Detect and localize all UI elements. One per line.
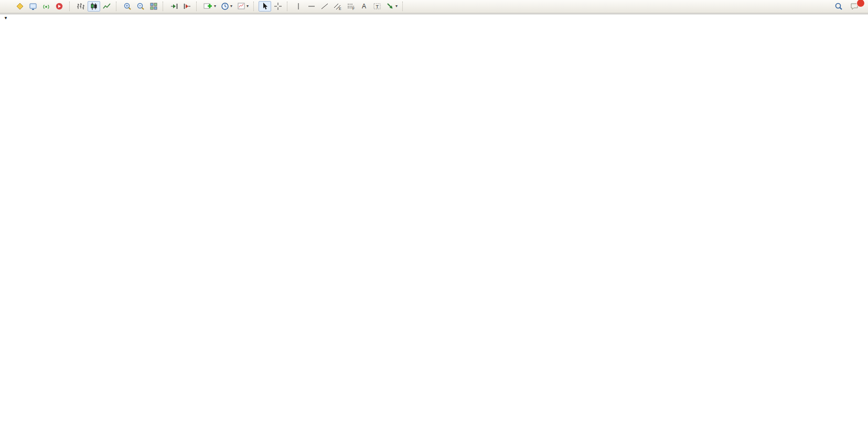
new-order-button[interactable]	[2, 1, 13, 12]
text-label-icon: T	[373, 2, 381, 10]
zoom-in-button[interactable]	[121, 1, 134, 12]
svg-text:F: F	[352, 7, 355, 10]
auto-trading-icon	[55, 2, 63, 10]
auto-scroll-button[interactable]	[168, 1, 180, 12]
chart-shift-button[interactable]	[181, 1, 194, 12]
chart-canvas[interactable]	[0, 21, 868, 433]
svg-text:E: E	[339, 7, 341, 10]
zoom-out-icon	[136, 2, 145, 10]
trendline-button[interactable]	[318, 1, 331, 12]
dropdown-caret-icon: ▾	[247, 4, 249, 8]
fibonacci-icon: F	[347, 2, 355, 10]
zoom-out-button[interactable]	[134, 1, 147, 12]
order-tag-icon	[16, 2, 24, 10]
trendline-icon	[320, 2, 329, 10]
crosshair-icon	[274, 2, 282, 10]
dropdown-caret-icon: ▾	[214, 4, 216, 8]
toolbar-separator	[253, 2, 256, 11]
cursor-icon	[261, 2, 269, 10]
horizontal-line-icon	[307, 2, 316, 10]
equidistant-channel-icon: E	[334, 2, 342, 10]
signal-button[interactable]	[40, 1, 52, 12]
add-indicator-icon	[203, 2, 213, 10]
arrows-icon	[386, 2, 394, 10]
template-icon	[237, 2, 245, 10]
bar-chart-icon	[77, 2, 85, 10]
candlestick-chart-icon	[90, 2, 98, 10]
equidistant-channel-button[interactable]: E	[331, 1, 344, 12]
horizontal-line-button[interactable]	[305, 1, 318, 12]
bar-chart-button[interactable]	[74, 1, 87, 12]
search-button[interactable]	[832, 1, 845, 12]
line-chart-button[interactable]	[101, 1, 113, 12]
vertical-line-button[interactable]	[292, 1, 305, 12]
text-button[interactable]: A	[358, 1, 370, 12]
periods-button[interactable]: ▾	[219, 1, 234, 12]
tile-windows-icon	[149, 2, 158, 10]
notification-badge	[856, 0, 865, 7]
text-icon: A	[360, 2, 368, 10]
comments-button[interactable]	[848, 1, 861, 12]
fibonacci-button[interactable]: F	[345, 1, 357, 12]
toolbar-separator	[163, 2, 165, 11]
vertical-line-icon	[294, 2, 303, 10]
add-indicator-button[interactable]: ▾	[201, 1, 218, 12]
toolbar-separator	[196, 2, 199, 11]
terminal-icon	[29, 2, 37, 10]
toolbar-right-group	[832, 1, 866, 12]
main-toolbar: ▾ ▾ ▾ E F A T ▾	[0, 0, 868, 13]
dropdown-caret-icon: ▾	[395, 4, 398, 8]
tile-windows-button[interactable]	[147, 1, 160, 12]
zoom-in-icon	[123, 2, 132, 10]
signal-icon	[42, 2, 50, 10]
search-icon	[834, 2, 843, 10]
auto-trading-button[interactable]	[53, 1, 67, 12]
svg-text:A: A	[362, 3, 366, 10]
chart-window-titlebar[interactable]: ▼	[0, 14, 868, 21]
text-label-button[interactable]: T	[371, 1, 383, 12]
svg-text:T: T	[376, 4, 379, 9]
toolbar-separator	[402, 2, 405, 11]
cursor-button[interactable]	[259, 1, 271, 12]
symbol-dropdown-icon: ▼	[4, 16, 8, 20]
line-chart-icon	[103, 2, 111, 10]
toolbar-separator	[287, 2, 290, 11]
arrows-button[interactable]: ▾	[384, 1, 400, 12]
auto-scroll-icon	[170, 2, 178, 10]
crosshair-button[interactable]	[272, 1, 284, 12]
dropdown-caret-icon: ▾	[230, 4, 232, 8]
candlestick-chart-button[interactable]	[88, 1, 100, 12]
chart-shift-icon	[183, 2, 191, 10]
toolbar-separator	[69, 2, 72, 11]
template-button[interactable]: ▾	[235, 1, 251, 12]
toolbar-separator	[116, 2, 119, 11]
order-tag-button[interactable]	[14, 1, 26, 12]
clock-icon	[221, 2, 229, 10]
terminal-button[interactable]	[27, 1, 39, 12]
